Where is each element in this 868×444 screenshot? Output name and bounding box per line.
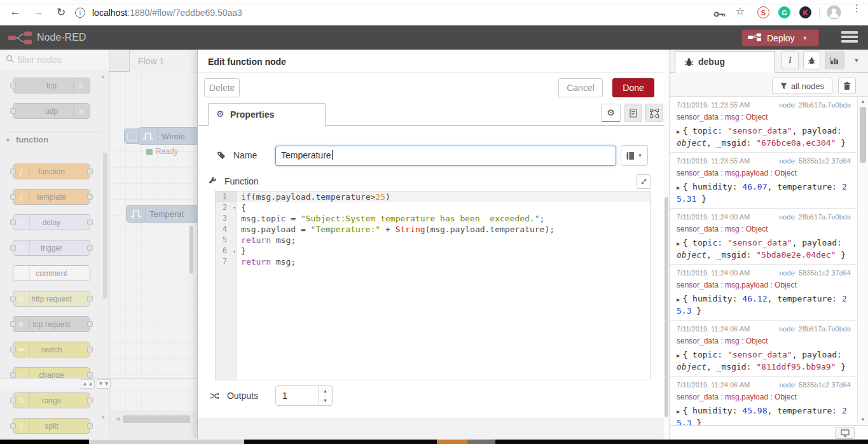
debug-node-id: node: 2ffb617a.7e0bde: [779, 325, 851, 333]
expand-caret-icon[interactable]: ▶: [677, 184, 680, 191]
palette-footer: ▲▲ ▼▼: [0, 378, 197, 389]
code-line: msg.payload = "Temperature:" + String(ms…: [237, 224, 650, 235]
debug-message-body: ▶{ topic: "sensor_data", payload: object…: [677, 349, 851, 372]
palette-collapse-button[interactable]: ▲▲: [81, 379, 95, 389]
key-icon[interactable]: [713, 9, 726, 20]
debug-message-meta: sensor_data : msg : Object: [677, 113, 851, 121]
dialog-scrollbar-track[interactable]: [664, 50, 670, 439]
tab-debug[interactable]: debug: [675, 51, 775, 73]
sidebar-menu-caret[interactable]: ▼: [849, 52, 864, 69]
debug-timestamp: 7/11/2019, 11:24:06 AM: [677, 381, 750, 389]
scroll-down-icon[interactable]: ▼: [860, 417, 865, 422]
debug-scrollbar-thumb[interactable]: [860, 107, 866, 163]
done-button[interactable]: Done: [612, 78, 654, 97]
node-settings-button[interactable]: ⚙: [601, 104, 621, 122]
browser-menu-icon[interactable]: ⋮: [852, 6, 861, 10]
open-debug-window-button[interactable]: [835, 427, 855, 439]
debug-message-meta: sensor_data : msg : Object: [677, 225, 851, 233]
browser-forward-button[interactable]: →: [31, 6, 46, 18]
node-description-button[interactable]: [624, 104, 642, 122]
stepper-up-icon[interactable]: ▲: [319, 386, 332, 396]
code-lines: if(msg.payload.temperature>25){msg.topic…: [237, 191, 650, 380]
expand-icon: [640, 178, 647, 185]
delete-button[interactable]: Delete: [204, 78, 240, 97]
url-bar[interactable]: localhost:1880/#flow/7eddbe69.50aa3: [92, 8, 242, 18]
taskbar-segment: [467, 440, 495, 444]
tag-icon: [217, 151, 226, 160]
expand-caret-icon[interactable]: ▶: [677, 352, 680, 359]
debug-message-body: ▶{ humidity: 45.98, temperature: 25.3 }: [677, 405, 851, 425]
debug-scrollbar-track[interactable]: ▲ ▼: [857, 97, 868, 425]
app-title: Node-RED: [37, 32, 86, 43]
dialog-scrollbar-thumb[interactable]: [665, 197, 668, 417]
function-field-label: Function: [208, 176, 259, 186]
gutter-line: 7: [216, 256, 237, 267]
tab-properties[interactable]: ⚙ Properties: [208, 103, 326, 126]
stepper-down-icon[interactable]: ▼: [319, 396, 332, 405]
profile-avatar[interactable]: [827, 5, 841, 22]
expand-caret-icon[interactable]: ▶: [677, 296, 680, 303]
page-info-icon[interactable]: i: [75, 8, 85, 18]
bug-icon: [684, 57, 694, 67]
extension-icon-k[interactable]: K: [799, 6, 811, 18]
function-code-editor[interactable]: 12▾3456▴7 if(msg.payload.temperature>25)…: [215, 191, 651, 380]
gutter-line[interactable]: 2▾: [216, 202, 237, 213]
extension-icon-g[interactable]: G: [778, 6, 790, 18]
debug-node-id: node: 5835b1c2.37d64: [779, 381, 851, 389]
code-line: msg.topic = "Subject:System temperature …: [237, 213, 650, 224]
debug-message: 7/11/2019, 11:23:55 AMnode: 5835b1c2.37d…: [670, 153, 857, 209]
taskbar-segment: [437, 440, 467, 444]
outputs-stepper[interactable]: 1 ▲ ▼: [275, 385, 333, 406]
debug-filter-button[interactable]: all nodes: [772, 78, 832, 94]
browser-back-button[interactable]: ←: [8, 6, 23, 18]
name-library-button[interactable]: ▼: [621, 145, 648, 166]
stepper-buttons: ▲ ▼: [318, 386, 332, 405]
debug-message-body: ▶{ humidity: 46.12, temperature: 25.3 }: [677, 293, 851, 316]
debug-timestamp: 7/11/2019, 11:23:55 AM: [677, 101, 750, 109]
debug-tab-button[interactable]: [803, 52, 820, 69]
debug-message-body: ▶{ topic: "sensor_data", payload: object…: [677, 237, 851, 260]
outputs-field-label: Outputs: [209, 391, 258, 401]
expand-caret-icon[interactable]: ▶: [677, 240, 680, 247]
debug-message: 7/11/2019, 11:23:55 AMnode: 2ffb617a.7e0…: [670, 97, 857, 153]
gutter-line: 5: [216, 235, 237, 246]
outputs-value: 1: [282, 391, 287, 401]
debug-timestamp: 7/11/2019, 11:24:06 AM: [677, 325, 750, 333]
gutter-line[interactable]: 6▴: [216, 246, 237, 256]
deploy-button[interactable]: Deploy ▼: [741, 29, 819, 46]
gear-icon: ⚙: [216, 109, 224, 119]
sidebar-collapse-button[interactable]: ▼▼: [97, 379, 111, 389]
cancel-button[interactable]: Cancel: [558, 78, 603, 97]
name-input[interactable]: Temperature: [275, 146, 616, 166]
debug-message: 7/11/2019, 11:24:06 AMnode: 2ffb617a.7e0…: [670, 321, 857, 377]
debug-message-meta: sensor_data : msg.payload : Object: [677, 392, 851, 401]
debug-clear-button[interactable]: [838, 78, 856, 94]
url-path: :1880/#flow/7eddbe69.50aa3: [127, 8, 242, 18]
debug-timestamp: 7/11/2019, 11:24:00 AM: [677, 269, 750, 277]
scroll-up-icon[interactable]: ▲: [860, 99, 865, 104]
browser-reload-button[interactable]: ↻: [53, 6, 69, 19]
expand-caret-icon[interactable]: ▶: [677, 408, 680, 415]
bar-chart-icon: [830, 57, 839, 64]
debug-timestamp: 7/11/2019, 11:23:55 AM: [677, 157, 750, 165]
dashboard-tab-button[interactable]: [825, 52, 844, 69]
debug-message: 7/11/2019, 11:24:00 AMnode: 5835b1c2.37d…: [670, 265, 857, 321]
debug-message: 7/11/2019, 11:24:00 AMnode: 2ffb617a.7e0…: [670, 209, 857, 265]
debug-node-id: node: 5835b1c2.37d64: [779, 269, 851, 277]
bookmark-star-icon[interactable]: ☆: [733, 5, 748, 17]
debug-tab-bar: debug i ▼: [670, 50, 868, 73]
wrench-icon: [208, 177, 217, 186]
main-menu-icon[interactable]: [841, 31, 858, 45]
node-appearance-button[interactable]: [645, 104, 663, 122]
deploy-label: Deploy: [767, 33, 795, 43]
info-tab-button[interactable]: i: [782, 52, 799, 69]
editor-expand-button[interactable]: [637, 174, 651, 189]
debug-message-meta: sensor_data : msg : Object: [677, 336, 851, 345]
tab-strip-seam: [0, 0, 868, 4]
debug-node-id: node: 2ffb617a.7e0bde: [779, 213, 851, 221]
expand-caret-icon[interactable]: ▶: [677, 128, 680, 135]
name-field-label: Name: [217, 150, 257, 160]
extension-icon-s[interactable]: S: [757, 6, 769, 18]
debug-filter-label: all nodes: [791, 81, 824, 91]
deploy-caret-icon[interactable]: ▼: [803, 35, 808, 41]
